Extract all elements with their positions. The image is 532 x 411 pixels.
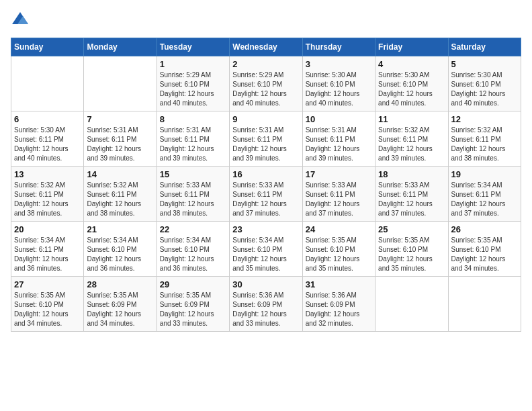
- calendar-cell: 4Sunrise: 5:30 AM Sunset: 6:10 PM Daylig…: [375, 56, 448, 111]
- calendar-cell: 2Sunrise: 5:29 AM Sunset: 6:10 PM Daylig…: [230, 56, 302, 111]
- day-number: 18: [378, 169, 445, 179]
- calendar-cell: 9Sunrise: 5:31 AM Sunset: 6:11 PM Daylig…: [230, 111, 302, 167]
- weekday-header: Sunday: [11, 38, 84, 56]
- day-number: 27: [14, 279, 81, 289]
- day-info: Sunrise: 5:32 AM Sunset: 6:11 PM Dayligh…: [87, 181, 153, 218]
- calendar-cell: 26Sunrise: 5:35 AM Sunset: 6:10 PM Dayli…: [448, 222, 521, 277]
- day-info: Sunrise: 5:30 AM Sunset: 6:10 PM Dayligh…: [378, 71, 445, 108]
- day-number: 14: [87, 169, 153, 179]
- calendar-cell: 29Sunrise: 5:35 AM Sunset: 6:09 PM Dayli…: [157, 277, 229, 332]
- calendar-cell: 3Sunrise: 5:30 AM Sunset: 6:10 PM Daylig…: [302, 56, 375, 111]
- calendar-cell: 7Sunrise: 5:31 AM Sunset: 6:11 PM Daylig…: [84, 111, 157, 167]
- weekday-header: Monday: [84, 38, 157, 56]
- day-number: 26: [451, 224, 518, 234]
- calendar-cell: 18Sunrise: 5:33 AM Sunset: 6:11 PM Dayli…: [375, 167, 448, 222]
- calendar-week-row: 13Sunrise: 5:32 AM Sunset: 6:11 PM Dayli…: [11, 167, 521, 222]
- calendar-header: SundayMondayTuesdayWednesdayThursdayFrid…: [11, 38, 521, 56]
- calendar-cell: 19Sunrise: 5:34 AM Sunset: 6:11 PM Dayli…: [448, 167, 521, 222]
- calendar-cell: 21Sunrise: 5:34 AM Sunset: 6:10 PM Dayli…: [84, 222, 157, 277]
- day-info: Sunrise: 5:35 AM Sunset: 6:10 PM Dayligh…: [378, 236, 445, 273]
- day-info: Sunrise: 5:31 AM Sunset: 6:11 PM Dayligh…: [87, 126, 153, 163]
- day-number: 8: [160, 114, 226, 124]
- day-info: Sunrise: 5:29 AM Sunset: 6:10 PM Dayligh…: [232, 71, 299, 108]
- day-info: Sunrise: 5:35 AM Sunset: 6:10 PM Dayligh…: [14, 291, 81, 328]
- calendar-cell: 27Sunrise: 5:35 AM Sunset: 6:10 PM Dayli…: [11, 277, 84, 332]
- day-info: Sunrise: 5:31 AM Sunset: 6:11 PM Dayligh…: [306, 126, 372, 163]
- calendar-cell: 15Sunrise: 5:33 AM Sunset: 6:11 PM Dayli…: [157, 167, 229, 222]
- day-number: 3: [306, 59, 372, 69]
- day-info: Sunrise: 5:34 AM Sunset: 6:10 PM Dayligh…: [87, 236, 153, 273]
- day-number: 25: [378, 224, 445, 234]
- calendar-cell: 14Sunrise: 5:32 AM Sunset: 6:11 PM Dayli…: [84, 167, 157, 222]
- day-number: 30: [232, 279, 299, 289]
- calendar-cell: 11Sunrise: 5:32 AM Sunset: 6:11 PM Dayli…: [375, 111, 448, 167]
- day-number: 23: [232, 224, 299, 234]
- calendar-body: 1Sunrise: 5:29 AM Sunset: 6:10 PM Daylig…: [11, 56, 521, 332]
- day-info: Sunrise: 5:30 AM Sunset: 6:11 PM Dayligh…: [14, 126, 81, 163]
- day-info: Sunrise: 5:30 AM Sunset: 6:10 PM Dayligh…: [451, 71, 518, 108]
- day-number: 9: [232, 114, 299, 124]
- day-info: Sunrise: 5:33 AM Sunset: 6:11 PM Dayligh…: [232, 181, 299, 218]
- calendar-week-row: 20Sunrise: 5:34 AM Sunset: 6:11 PM Dayli…: [11, 222, 521, 277]
- calendar-cell: 31Sunrise: 5:36 AM Sunset: 6:09 PM Dayli…: [302, 277, 375, 332]
- day-info: Sunrise: 5:35 AM Sunset: 6:10 PM Dayligh…: [451, 236, 518, 273]
- day-number: 31: [306, 279, 372, 289]
- day-info: Sunrise: 5:32 AM Sunset: 6:11 PM Dayligh…: [14, 181, 81, 218]
- weekday-header-row: SundayMondayTuesdayWednesdayThursdayFrid…: [11, 38, 521, 56]
- day-info: Sunrise: 5:34 AM Sunset: 6:10 PM Dayligh…: [232, 236, 299, 273]
- day-info: Sunrise: 5:33 AM Sunset: 6:11 PM Dayligh…: [306, 181, 372, 218]
- calendar-week-row: 6Sunrise: 5:30 AM Sunset: 6:11 PM Daylig…: [11, 111, 521, 167]
- day-number: 6: [14, 114, 81, 124]
- day-number: 4: [378, 59, 445, 69]
- day-info: Sunrise: 5:30 AM Sunset: 6:10 PM Dayligh…: [306, 71, 372, 108]
- day-info: Sunrise: 5:34 AM Sunset: 6:11 PM Dayligh…: [451, 181, 518, 218]
- calendar-cell: [448, 277, 521, 332]
- weekday-header: Saturday: [448, 38, 521, 56]
- calendar-cell: 23Sunrise: 5:34 AM Sunset: 6:10 PM Dayli…: [230, 222, 302, 277]
- weekday-header: Friday: [375, 38, 448, 56]
- day-info: Sunrise: 5:35 AM Sunset: 6:09 PM Dayligh…: [160, 291, 226, 328]
- calendar-cell: 1Sunrise: 5:29 AM Sunset: 6:10 PM Daylig…: [157, 56, 229, 111]
- calendar-cell: 6Sunrise: 5:30 AM Sunset: 6:11 PM Daylig…: [11, 111, 84, 167]
- calendar-cell: 16Sunrise: 5:33 AM Sunset: 6:11 PM Dayli…: [230, 167, 302, 222]
- calendar-cell: 12Sunrise: 5:32 AM Sunset: 6:11 PM Dayli…: [448, 111, 521, 167]
- day-number: 28: [87, 279, 153, 289]
- weekday-header: Tuesday: [157, 38, 229, 56]
- weekday-header: Thursday: [302, 38, 375, 56]
- day-number: 15: [160, 169, 226, 179]
- day-info: Sunrise: 5:33 AM Sunset: 6:11 PM Dayligh…: [160, 181, 226, 218]
- day-info: Sunrise: 5:31 AM Sunset: 6:11 PM Dayligh…: [232, 126, 299, 163]
- calendar-cell: 13Sunrise: 5:32 AM Sunset: 6:11 PM Dayli…: [11, 167, 84, 222]
- calendar-cell: 17Sunrise: 5:33 AM Sunset: 6:11 PM Dayli…: [302, 167, 375, 222]
- calendar-cell: 30Sunrise: 5:36 AM Sunset: 6:09 PM Dayli…: [230, 277, 302, 332]
- day-info: Sunrise: 5:36 AM Sunset: 6:09 PM Dayligh…: [306, 291, 372, 328]
- day-info: Sunrise: 5:32 AM Sunset: 6:11 PM Dayligh…: [451, 126, 518, 163]
- day-number: 24: [306, 224, 372, 234]
- day-number: 17: [306, 169, 372, 179]
- day-info: Sunrise: 5:32 AM Sunset: 6:11 PM Dayligh…: [378, 126, 445, 163]
- day-number: 7: [87, 114, 153, 124]
- day-number: 11: [378, 114, 445, 124]
- calendar-table: SundayMondayTuesdayWednesdayThursdayFrid…: [11, 38, 521, 332]
- day-info: Sunrise: 5:35 AM Sunset: 6:09 PM Dayligh…: [87, 291, 153, 328]
- day-number: 16: [232, 169, 299, 179]
- day-info: Sunrise: 5:35 AM Sunset: 6:10 PM Dayligh…: [306, 236, 372, 273]
- day-number: 19: [451, 169, 518, 179]
- day-info: Sunrise: 5:29 AM Sunset: 6:10 PM Dayligh…: [160, 71, 226, 108]
- calendar-week-row: 1Sunrise: 5:29 AM Sunset: 6:10 PM Daylig…: [11, 56, 521, 111]
- day-number: 5: [451, 59, 518, 69]
- logo: [11, 11, 32, 30]
- day-info: Sunrise: 5:36 AM Sunset: 6:09 PM Dayligh…: [232, 291, 299, 328]
- day-info: Sunrise: 5:34 AM Sunset: 6:11 PM Dayligh…: [14, 236, 81, 273]
- day-info: Sunrise: 5:31 AM Sunset: 6:11 PM Dayligh…: [160, 126, 226, 163]
- day-number: 2: [232, 59, 299, 69]
- day-number: 13: [14, 169, 81, 179]
- weekday-header: Wednesday: [230, 38, 302, 56]
- day-info: Sunrise: 5:34 AM Sunset: 6:10 PM Dayligh…: [160, 236, 226, 273]
- calendar-cell: 20Sunrise: 5:34 AM Sunset: 6:11 PM Dayli…: [11, 222, 84, 277]
- day-number: 21: [87, 224, 153, 234]
- page-header: [11, 11, 521, 30]
- day-number: 29: [160, 279, 226, 289]
- calendar-cell: [375, 277, 448, 332]
- day-number: 12: [451, 114, 518, 124]
